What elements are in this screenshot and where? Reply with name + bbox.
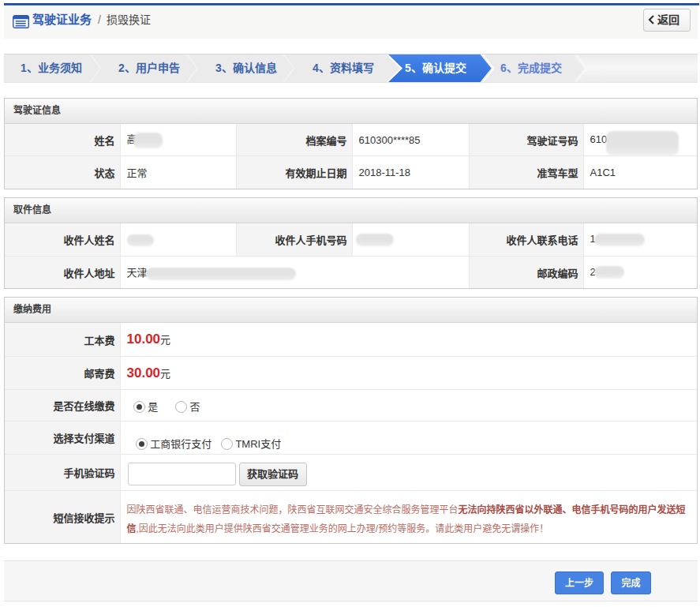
svg-text:1、业务须知: 1、业务须知 bbox=[21, 62, 82, 74]
svg-text:6、完成提交: 6、完成提交 bbox=[500, 62, 562, 74]
svg-text:4、资料填写: 4、资料填写 bbox=[313, 62, 374, 74]
svg-text:3、确认信息: 3、确认信息 bbox=[215, 62, 277, 74]
svg-text:2、用户申告: 2、用户申告 bbox=[118, 62, 180, 74]
svg-text:5、确认提交: 5、确认提交 bbox=[405, 62, 466, 74]
